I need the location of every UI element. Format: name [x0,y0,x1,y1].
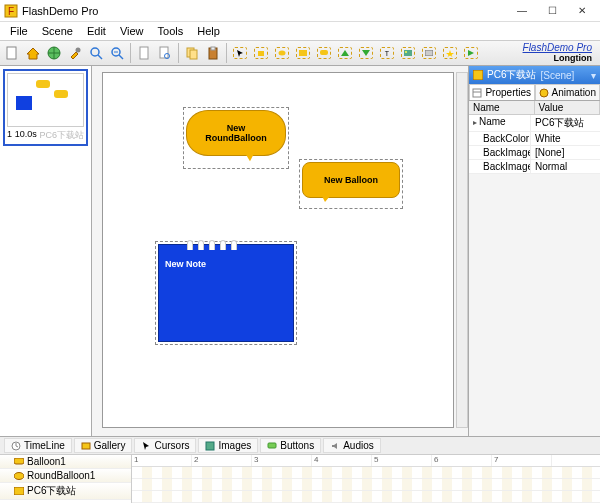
image-icon [205,441,215,451]
stamp-down-icon[interactable] [356,43,376,63]
cursor-icon [141,441,151,451]
brand-line1[interactable]: FlashDemo Pro [523,43,592,53]
prop-row[interactable]: BackImage[None] [469,146,600,160]
tab-animation[interactable]: Animation [535,84,601,100]
maximize-button[interactable]: ☐ [538,2,566,20]
tab-properties[interactable]: Properties [469,84,535,100]
scene-icon [473,70,483,80]
timeline-ruler: 1234567 [132,455,600,467]
tab-timeline[interactable]: TimeLine [4,438,72,453]
svg-rect-2 [7,47,16,59]
svg-rect-17 [211,47,215,50]
tab-buttons[interactable]: Buttons [260,438,321,453]
globe-icon[interactable] [44,43,64,63]
svg-rect-19 [299,50,307,56]
stamp-image-icon[interactable] [398,43,418,63]
thumb-index: 1 [7,129,12,142]
svg-line-9 [119,55,123,59]
paste-icon[interactable] [203,43,223,63]
menu-scene[interactable]: Scene [36,24,79,38]
prop-head-name: Name [469,101,535,114]
stamp-balloon-icon[interactable] [314,43,334,63]
svg-line-7 [98,55,102,59]
minimize-button[interactable]: — [508,2,536,20]
svg-rect-36 [268,443,276,448]
stamp-oval-icon[interactable] [272,43,292,63]
object-selector-name: PC6下载站 [487,68,536,82]
prop-row[interactable]: NamePC6下载站 [469,115,600,132]
balloon-object[interactable]: New Balloon [299,159,403,209]
svg-rect-37 [14,458,24,464]
canvas-scrollbar-vertical[interactable] [456,72,468,428]
page-search-icon[interactable] [155,43,175,63]
stamp-up-icon[interactable] [335,43,355,63]
close-button[interactable]: ✕ [568,2,596,20]
tab-cursors[interactable]: Cursors [134,438,196,453]
svg-rect-24 [404,50,412,56]
round-balloon-icon [14,472,24,480]
stamp-note-icon[interactable] [293,43,313,63]
svg-rect-30 [473,89,481,97]
menu-help[interactable]: Help [191,24,226,38]
object-selector-type: [Scene] [540,70,574,81]
tab-images[interactable]: Images [198,438,258,453]
properties-panel: PC6下载站 [Scene] ▾ Properties Animation Na… [468,66,600,436]
svg-rect-20 [320,50,328,55]
timeline-row[interactable]: Balloon1 [0,455,131,469]
tools-icon[interactable] [65,43,85,63]
svg-text:T: T [385,50,390,56]
app-icon: F [4,4,18,18]
scene-thumbnail[interactable]: 1 10.0s PC6下载站 [3,69,88,146]
svg-marker-21 [341,50,349,56]
prop-row[interactable]: BackImageStyNormal [469,160,600,174]
menu-edit[interactable]: Edit [81,24,112,38]
svg-point-5 [76,48,81,53]
gallery-icon [81,441,91,451]
canvas-area: New RoundBalloon New Balloon New Note [92,66,468,436]
svg-point-25 [405,51,407,53]
timeline-row[interactable]: RoundBalloon1 [0,469,131,483]
scene-thumbnail-panel: 1 10.0s PC6下载站 [0,66,92,436]
svg-marker-28 [468,50,474,56]
menu-view[interactable]: View [114,24,150,38]
brand-block: FlashDemo Pro Longtion [523,43,598,63]
menu-file[interactable]: File [4,24,34,38]
stamp-play-icon[interactable] [461,43,481,63]
zoom-out-icon[interactable] [107,43,127,63]
svg-rect-39 [14,487,24,495]
timeline-track-area[interactable]: 1234567 [132,455,600,503]
canvas[interactable]: New RoundBalloon New Balloon New Note [102,72,454,428]
thumb-duration: 10.0s [15,129,37,142]
property-grid: Name Value NamePC6下载站 BackColorWhite Bac… [469,101,600,174]
title-bar: F FlashDemo Pro — ☐ ✕ [0,0,600,22]
note-object[interactable]: New Note [155,241,297,345]
tab-audios[interactable]: Audios [323,438,381,453]
stamp-cursor-icon[interactable] [230,43,250,63]
svg-point-32 [540,89,548,97]
round-balloon-object[interactable]: New RoundBalloon [183,107,289,169]
stamp-button-icon[interactable] [419,43,439,63]
copy-icon[interactable] [182,43,202,63]
stamp-box-icon[interactable] [251,43,271,63]
menu-tools[interactable]: Tools [152,24,190,38]
svg-rect-34 [82,443,90,449]
zoom-in-icon[interactable] [86,43,106,63]
bottom-panel: TimeLine Gallery Cursors Images Buttons … [0,436,600,503]
scene-thumbnail-preview [7,73,84,127]
home-icon[interactable] [23,43,43,63]
round-balloon-text: New RoundBalloon [205,123,267,143]
page-icon[interactable] [134,43,154,63]
brand-line2: Longtion [523,53,592,63]
svg-rect-35 [206,442,214,450]
prop-row[interactable]: BackColorWhite [469,132,600,146]
svg-rect-29 [473,70,483,80]
timeline-row[interactable]: PC6下载站 [0,483,131,500]
prop-head-value: Value [535,101,601,114]
svg-marker-27 [446,50,454,57]
stamp-text-icon[interactable]: T [377,43,397,63]
new-doc-icon[interactable] [2,43,22,63]
object-selector[interactable]: PC6下载站 [Scene] ▾ [469,66,600,84]
audio-icon [330,441,340,451]
stamp-star-icon[interactable] [440,43,460,63]
tab-gallery[interactable]: Gallery [74,438,133,453]
